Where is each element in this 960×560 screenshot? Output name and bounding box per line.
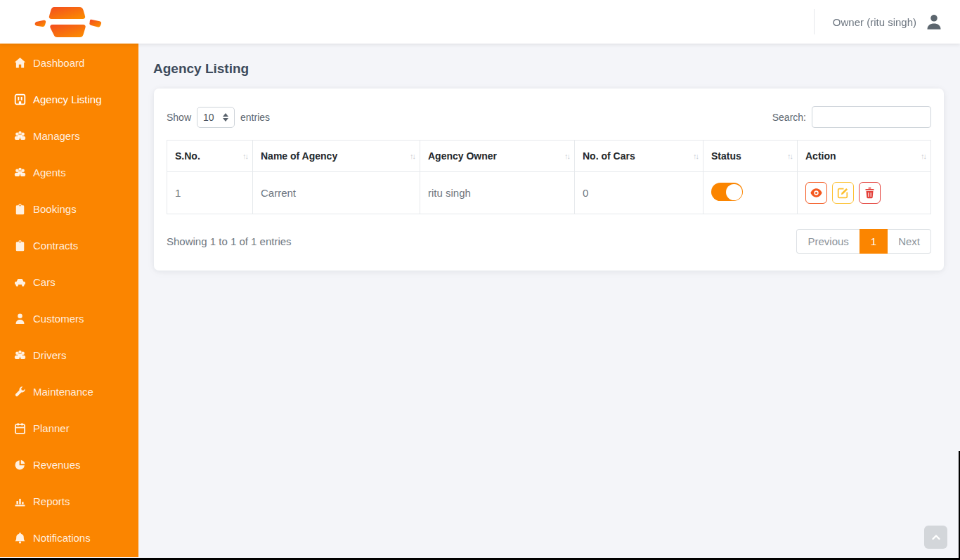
column-header-action[interactable]: Action↑↓ [798, 141, 931, 172]
search-label: Search: [772, 112, 806, 123]
bar-chart-icon [13, 495, 27, 507]
sidebar-item-notifications[interactable]: Notifications [0, 519, 138, 556]
calendar-icon [13, 422, 27, 434]
trash-icon [864, 187, 876, 199]
clipboard-icon [13, 203, 27, 215]
sort-icon[interactable]: ↑↓ [410, 152, 415, 160]
cell-agency-owner: ritu singh [420, 172, 575, 214]
building-icon [13, 93, 27, 105]
sidebar-item-agency-listing[interactable]: Agency Listing [0, 81, 138, 117]
agency-table: S.No.↑↓ Name of Agency↑↓ Agency Owner↑↓ … [167, 140, 931, 214]
sidebar-item-label: Planner [33, 422, 70, 434]
pie-chart-icon [13, 459, 27, 471]
home-icon [13, 57, 27, 69]
sidebar-nav: Dashboard Agency Listing Managers Agents… [0, 44, 138, 557]
sort-icon[interactable]: ↑↓ [787, 152, 792, 160]
view-button[interactable] [805, 182, 827, 204]
sidebar-item-label: Customers [33, 313, 84, 325]
car-logo-icon [34, 6, 104, 38]
top-header: Owner (ritu singh) [0, 0, 960, 44]
show-label: Show [167, 112, 191, 123]
sidebar-item-label: Agents [33, 167, 66, 178]
sort-icon[interactable]: ↑↓ [242, 152, 247, 160]
sidebar-item-label: Revenues [33, 459, 81, 471]
brand-logo[interactable] [34, 6, 104, 38]
next-page-button[interactable]: Next [888, 229, 931, 254]
user-avatar-icon[interactable] [925, 13, 943, 30]
sort-icon[interactable]: ↑↓ [564, 152, 569, 160]
column-header-sno[interactable]: S.No.↑↓ [167, 141, 253, 172]
sort-icon[interactable]: ↑↓ [921, 152, 926, 160]
sidebar-item-label: Reports [33, 495, 70, 507]
sidebar-item-label: Agency Listing [33, 93, 102, 105]
scroll-to-top-button[interactable] [924, 526, 947, 549]
pagination: Previous 1 Next [796, 229, 931, 254]
entries-label: entries [240, 112, 270, 123]
cell-no-of-cars: 0 [575, 172, 703, 214]
cell-action [798, 172, 931, 214]
page-title: Agency Listing [153, 61, 960, 77]
user-account-label[interactable]: Owner (ritu singh) [833, 16, 916, 28]
sidebar-item-label: Notifications [33, 532, 91, 544]
users-icon [13, 130, 27, 142]
search-input[interactable] [812, 106, 931, 128]
previous-page-button[interactable]: Previous [796, 229, 859, 254]
sidebar-item-maintenance[interactable]: Maintenance [0, 373, 138, 410]
column-header-name[interactable]: Name of Agency↑↓ [253, 141, 420, 172]
table-row: 1 Carrent ritu singh 0 [167, 172, 931, 214]
agency-listing-card: Show 10 entries Search: S.No.↑↓ Name [154, 89, 944, 271]
sidebar-item-customers[interactable]: Customers [0, 300, 138, 337]
header-divider [814, 9, 815, 34]
sidebar-item-label: Drivers [33, 349, 67, 361]
sidebar-item-label: Bookings [33, 203, 77, 215]
column-header-owner[interactable]: Agency Owner↑↓ [420, 141, 575, 172]
toggle-knob [726, 184, 742, 200]
delete-button[interactable] [859, 182, 881, 204]
status-toggle[interactable] [711, 183, 743, 201]
sidebar-item-drivers[interactable]: Drivers [0, 337, 138, 373]
sort-icon[interactable]: ↑↓ [693, 152, 698, 160]
cell-sno: 1 [167, 172, 253, 214]
sidebar-item-label: Dashboard [33, 57, 84, 69]
page-size-value: 10 [203, 112, 214, 123]
sidebar-item-bookings[interactable]: Bookings [0, 190, 138, 227]
sidebar-item-label: Maintenance [33, 386, 93, 398]
user-icon [13, 313, 27, 325]
cell-status [703, 172, 798, 214]
column-header-cars[interactable]: No. of Cars↑↓ [575, 141, 703, 172]
sidebar-item-contracts[interactable]: Contracts [0, 227, 138, 263]
select-arrows-icon [223, 113, 228, 122]
table-header-row: S.No.↑↓ Name of Agency↑↓ Agency Owner↑↓ … [167, 141, 931, 172]
chevron-up-icon [930, 532, 942, 543]
sidebar-item-planner[interactable]: Planner [0, 410, 138, 446]
edit-icon [837, 187, 849, 199]
sidebar-item-label: Managers [33, 130, 80, 142]
column-header-status[interactable]: Status↑↓ [703, 141, 798, 172]
wrench-icon [13, 386, 27, 398]
sidebar-item-dashboard[interactable]: Dashboard [0, 44, 138, 81]
bell-icon [13, 532, 27, 544]
sidebar-item-cars[interactable]: Cars [0, 263, 138, 300]
entries-summary: Showing 1 to 1 of 1 entries [167, 235, 292, 247]
users-icon [13, 167, 27, 178]
car-icon [13, 276, 27, 288]
sidebar-item-revenues[interactable]: Revenues [0, 446, 138, 483]
cell-agency-name: Carrent [253, 172, 420, 214]
users-icon [13, 349, 27, 361]
main-content: Agency Listing Show 10 entries Search: [138, 44, 960, 271]
sidebar-item-label: Cars [33, 276, 56, 288]
sidebar-item-label: Contracts [33, 240, 78, 252]
page-size-select[interactable]: 10 [197, 107, 235, 128]
eye-icon [810, 187, 822, 199]
sidebar-item-managers[interactable]: Managers [0, 117, 138, 154]
edit-button[interactable] [832, 182, 854, 204]
sidebar-item-reports[interactable]: Reports [0, 483, 138, 519]
sidebar-item-agents[interactable]: Agents [0, 154, 138, 190]
clipboard-icon [13, 240, 27, 252]
current-page-button[interactable]: 1 [860, 229, 888, 254]
